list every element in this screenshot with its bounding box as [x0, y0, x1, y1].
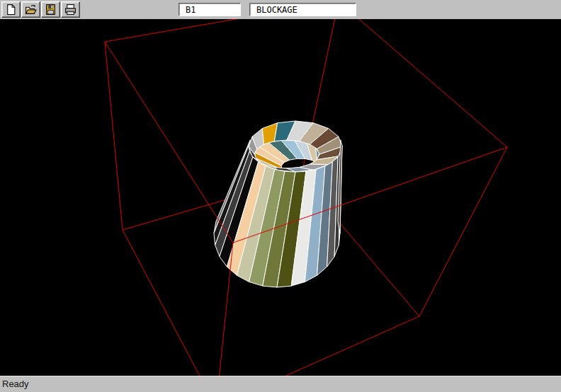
block-name-field[interactable]: BLOCKAGE — [249, 3, 356, 16]
status-bar: Ready — [0, 376, 561, 392]
toolbar: B1 BLOCKAGE — [0, 0, 561, 19]
wireframe-edge — [216, 316, 419, 376]
wireframe-edge — [105, 19, 339, 42]
save-floppy-icon — [45, 4, 57, 16]
wireframe-edge — [105, 42, 123, 230]
blockage-cone-model — [214, 121, 342, 287]
wireframe-edge — [419, 147, 507, 316]
printer-icon — [64, 4, 76, 16]
open-button[interactable] — [21, 1, 40, 18]
block-id-field[interactable]: B1 — [178, 3, 241, 16]
wireframe-edge — [105, 42, 233, 243]
status-text: Ready — [2, 379, 29, 389]
wireframe-edge — [123, 230, 216, 376]
new-document-icon — [5, 4, 17, 16]
scene-canvas — [0, 19, 561, 376]
3d-viewport[interactable] — [0, 19, 561, 376]
wireframe-edge — [339, 19, 507, 147]
save-button[interactable] — [41, 1, 60, 18]
new-button[interactable] — [1, 1, 21, 18]
open-folder-icon — [25, 4, 37, 16]
print-button[interactable] — [61, 1, 80, 18]
